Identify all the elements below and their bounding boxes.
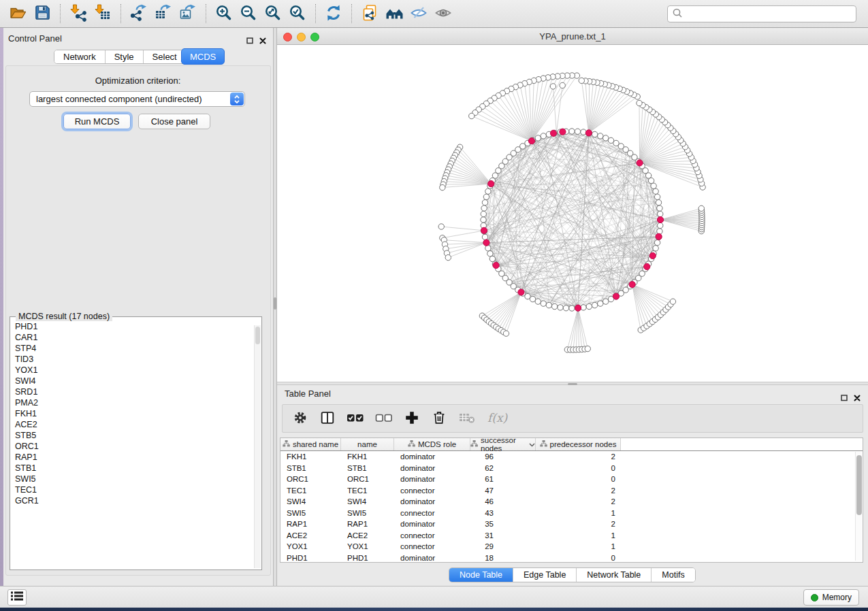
- cell-predecessor-nodes[interactable]: 0: [536, 463, 621, 474]
- table-row[interactable]: TEC1TEC1connector472: [280, 485, 863, 497]
- mcds-result-node[interactable]: STP4: [15, 343, 253, 354]
- memory-button[interactable]: Memory: [803, 589, 859, 606]
- cell-predecessor-nodes[interactable]: 1: [536, 541, 621, 552]
- cell-shared-name[interactable]: SWI4: [280, 496, 341, 508]
- cell-name[interactable]: RAP1: [341, 518, 394, 530]
- export-network-button[interactable]: [127, 2, 151, 25]
- cell-MCDS-role[interactable]: dominator: [394, 552, 470, 563]
- tab-network-table[interactable]: Network Table: [577, 568, 652, 582]
- cell-name[interactable]: SWI4: [341, 496, 394, 508]
- cell-name[interactable]: STB1: [341, 463, 394, 474]
- cell-MCDS-role[interactable]: connector: [394, 541, 470, 552]
- cell-successor-nodes[interactable]: 29: [470, 541, 536, 552]
- close-window-icon[interactable]: [283, 33, 292, 42]
- cell-predecessor-nodes[interactable]: 1: [536, 508, 621, 519]
- mcds-result-node[interactable]: STB1: [15, 463, 253, 474]
- cell-name[interactable]: TEC1: [341, 485, 394, 497]
- cell-MCDS-role[interactable]: dominator: [394, 496, 470, 508]
- cell-name[interactable]: FKH1: [341, 451, 394, 463]
- cell-MCDS-role[interactable]: dominator: [394, 463, 470, 474]
- mcds-result-scrollbar-thumb[interactable]: [255, 327, 260, 344]
- refresh-button[interactable]: [321, 2, 346, 25]
- cell-shared-name[interactable]: PHD1: [280, 552, 341, 563]
- cell-MCDS-role[interactable]: dominator: [394, 451, 470, 463]
- cell-MCDS-role[interactable]: connector: [394, 508, 470, 519]
- mcds-result-node[interactable]: PHD1: [15, 321, 253, 332]
- table-settings-gear-button[interactable]: [292, 408, 308, 429]
- zoom-fit-button[interactable]: [261, 2, 285, 25]
- export-table-button[interactable]: [151, 2, 176, 25]
- cell-successor-nodes[interactable]: 43: [470, 508, 536, 519]
- search-binoculars-button[interactable]: [382, 2, 406, 25]
- column-header-predecessor-nodes[interactable]: predecessor nodes: [536, 438, 621, 450]
- cell-predecessor-nodes[interactable]: 0: [536, 552, 621, 563]
- table-row[interactable]: PHD1PHD1dominator180: [280, 552, 863, 563]
- column-header-successor-nodes[interactable]: successor nodes: [470, 438, 536, 450]
- export-image-button[interactable]: [176, 2, 200, 25]
- cell-successor-nodes[interactable]: 18: [470, 552, 536, 563]
- cell-shared-name[interactable]: ACE2: [280, 530, 341, 542]
- cell-name[interactable]: YOX1: [341, 541, 394, 552]
- cell-predecessor-nodes[interactable]: 2: [536, 485, 621, 497]
- table-row[interactable]: STB1STB1dominator620: [280, 463, 863, 474]
- close-panel-button[interactable]: Close panel: [138, 114, 210, 129]
- eye-visible-button[interactable]: [431, 2, 455, 25]
- tab-select[interactable]: Select: [144, 50, 186, 63]
- cell-name[interactable]: PHD1: [341, 552, 394, 563]
- mcds-result-node[interactable]: RAP1: [15, 452, 253, 463]
- cell-successor-nodes[interactable]: 61: [470, 474, 536, 485]
- minimize-window-icon[interactable]: [297, 33, 306, 42]
- cell-shared-name[interactable]: FKH1: [280, 451, 341, 463]
- import-network-button[interactable]: [66, 2, 91, 25]
- criterion-dropdown[interactable]: largest connected component (undirected): [29, 91, 245, 107]
- cell-predecessor-nodes[interactable]: 2: [536, 451, 621, 463]
- import-table-button[interactable]: [91, 2, 115, 25]
- search-input[interactable]: [686, 10, 856, 19]
- table-row[interactable]: ORC1ORC1dominator610: [280, 474, 863, 485]
- mcds-result-node[interactable]: PMA2: [15, 397, 253, 408]
- search-box[interactable]: [667, 5, 856, 22]
- table-row[interactable]: YOX1YOX1connector291: [280, 541, 863, 552]
- select-all-columns-button[interactable]: [347, 408, 364, 429]
- cell-shared-name[interactable]: ORC1: [280, 474, 341, 485]
- save-session-button[interactable]: [30, 2, 54, 25]
- mcds-result-node[interactable]: GCR1: [15, 495, 253, 506]
- delete-column-button[interactable]: [431, 408, 447, 429]
- table-panel-float-icon[interactable]: [841, 392, 848, 404]
- tab-edge-table[interactable]: Edge Table: [513, 568, 577, 582]
- tab-style[interactable]: Style: [106, 50, 144, 63]
- cell-shared-name[interactable]: YOX1: [280, 541, 341, 552]
- control-panel-float-icon[interactable]: [246, 35, 253, 47]
- cell-name[interactable]: ORC1: [341, 474, 394, 485]
- mcds-result-scrollbar[interactable]: [254, 325, 261, 568]
- tab-node-table[interactable]: Node Table: [449, 568, 513, 582]
- column-header-shared-name[interactable]: shared name: [280, 438, 341, 450]
- cell-name[interactable]: SWI5: [341, 508, 394, 519]
- cell-successor-nodes[interactable]: 47: [470, 485, 536, 497]
- control-panel-close-icon[interactable]: [259, 35, 266, 47]
- zoom-selected-button[interactable]: [285, 2, 310, 25]
- cell-shared-name[interactable]: TEC1: [280, 485, 341, 497]
- cell-name[interactable]: ACE2: [341, 530, 394, 542]
- tab-network[interactable]: Network: [54, 50, 106, 63]
- cell-successor-nodes[interactable]: 31: [470, 530, 536, 542]
- eye-hidden-button[interactable]: [406, 2, 431, 25]
- cell-MCDS-role[interactable]: dominator: [394, 518, 470, 530]
- mcds-result-node[interactable]: ORC1: [15, 441, 253, 452]
- create-column-button[interactable]: [404, 408, 420, 429]
- cell-MCDS-role[interactable]: connector: [394, 530, 470, 542]
- cell-successor-nodes[interactable]: 62: [470, 463, 536, 474]
- cell-shared-name[interactable]: STB1: [280, 463, 341, 474]
- column-header-MCDS-role[interactable]: MCDS role: [394, 438, 470, 450]
- cell-successor-nodes[interactable]: 96: [470, 451, 536, 463]
- tab-mcds[interactable]: MCDS: [181, 48, 225, 65]
- mcds-result-node[interactable]: CAR1: [15, 332, 253, 343]
- table-row[interactable]: SWI5SWI5connector431: [280, 508, 863, 519]
- cell-predecessor-nodes[interactable]: 2: [536, 496, 621, 508]
- maximize-window-icon[interactable]: [310, 33, 319, 42]
- clone-network-button[interactable]: [357, 2, 382, 25]
- cell-successor-nodes[interactable]: 46: [470, 496, 536, 508]
- node-table-scrollbar[interactable]: [855, 452, 862, 561]
- node-table-scrollbar-thumb[interactable]: [856, 455, 862, 515]
- run-mcds-button[interactable]: Run MCDS: [63, 114, 131, 129]
